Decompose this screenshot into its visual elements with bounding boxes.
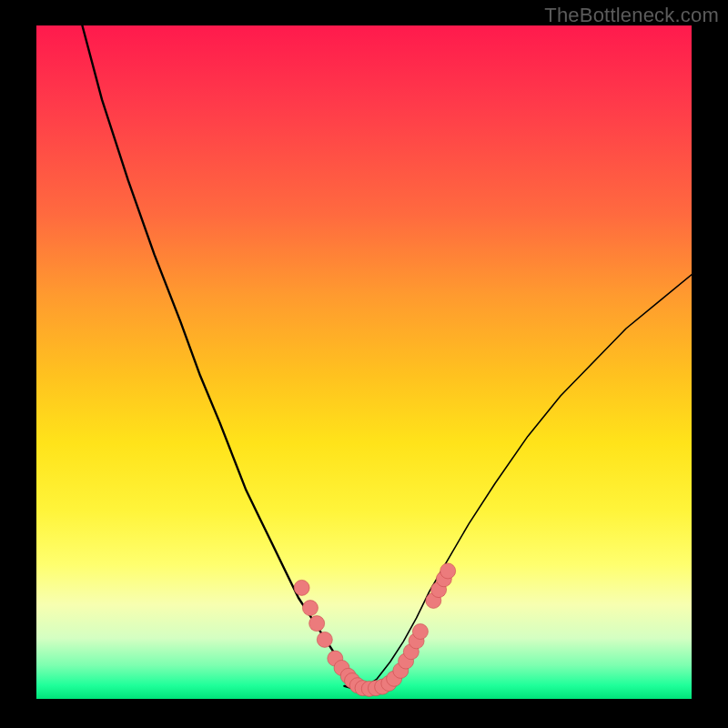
curve-left-branch xyxy=(82,25,364,688)
marker-point xyxy=(412,624,428,640)
chart-stage: TheBottleneck.com xyxy=(0,0,728,728)
marker-point xyxy=(294,580,309,595)
watermark-text: TheBottleneck.com xyxy=(544,4,719,27)
curve-right-branch xyxy=(364,275,692,688)
curve-layer xyxy=(82,25,692,690)
marker-point xyxy=(440,563,456,579)
chart-svg xyxy=(36,25,692,699)
plot-area xyxy=(36,25,692,699)
marker-point xyxy=(302,601,318,616)
marker-point xyxy=(317,632,332,647)
marker-layer xyxy=(294,563,456,697)
marker-point xyxy=(309,616,325,632)
